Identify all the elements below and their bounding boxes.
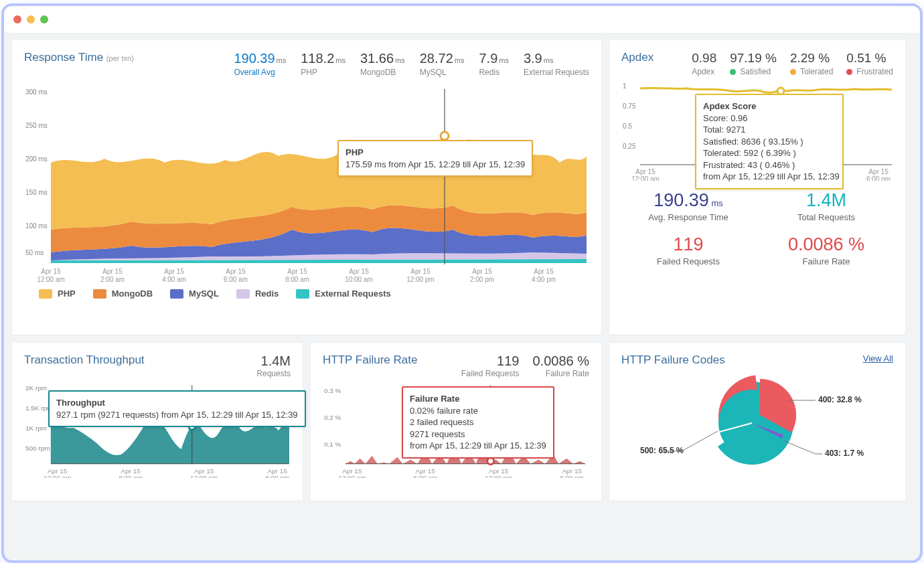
svg-text:1: 1 [623,82,627,90]
pie-label-400: 400: 32.8 % [818,395,862,404]
metric: 190.39msOverall Avg [234,51,286,77]
window-titlebar [4,6,920,33]
svg-text:2:00 am: 2:00 am [100,276,125,283]
svg-text:10:00 am: 10:00 am [345,276,373,283]
metric: 7.9msRedis [479,51,508,77]
svg-text:12:00 pm: 12:00 pm [190,474,218,478]
svg-text:0.2 %: 0.2 % [324,414,341,421]
legend-item[interactable]: MySQL [170,289,219,299]
apdex-summary-stats: 190.39 msAvg. Response Time1.4MTotal Req… [621,190,893,266]
svg-text:12:00 pm: 12:00 pm [406,276,435,283]
svg-text:0.25: 0.25 [623,143,636,150]
tooltip-title: Apdex Score [703,101,756,111]
metric: 118.2msPHP [301,51,345,77]
svg-text:2:00 pm: 2:00 pm [470,276,494,283]
svg-text:12:00 am: 12:00 am [631,175,660,181]
stat-label: Failure Rate [532,369,589,378]
stat-label: Failed Requests [461,369,520,378]
tooltip-lines: Score: 0.96Total: 9271Satisfied: 8636 ( … [703,112,836,183]
svg-text:Apr 15: Apr 15 [534,268,554,275]
failure-rate-chart[interactable]: 0.3 % 0.2 % 0.1 % Apr 1512:00 amApr 156:… [323,381,589,478]
legend-item[interactable]: MongoDB [93,289,153,299]
app-window: Response Time (per txn) 190.39msOverall … [1,3,923,563]
svg-text:Apr 15: Apr 15 [349,268,369,275]
apdex-metrics: 0.98Apdex97.19 %Satisfied2.29 %Tolerated… [692,51,893,76]
svg-text:12:00 am: 12:00 am [338,474,366,478]
panel-apdex: Apdex 0.98Apdex97.19 %Satisfied2.29 %Tol… [609,40,905,335]
minimize-icon[interactable] [27,15,35,23]
title-subtext: (per txn) [106,54,134,62]
summary-stat: 1.4MTotal Requests [759,190,893,222]
throughput-chart[interactable]: 2K rpm 1.5K rpm 1K rpm 500 rpm Apr 151 [24,381,291,478]
panel-title: Apdex [621,51,653,76]
svg-text:250 ms: 250 ms [25,122,48,129]
svg-text:6:00 pm: 6:00 pm [265,474,289,478]
svg-text:6:00 am: 6:00 am [413,474,437,478]
panel-title: HTTP Failure Rate [323,353,417,367]
svg-text:Apr 15: Apr 15 [41,268,61,275]
summary-stat: 0.0086 %Failure Rate [759,234,893,266]
legend-item[interactable]: Redis [236,289,279,299]
tooltip-lines: 0.02% failure rate2 failed requests9271 … [410,405,546,452]
svg-text:4:00 am: 4:00 am [162,276,186,283]
svg-text:0.75: 0.75 [623,102,636,110]
chart-tooltip: Throughput 927.1 rpm (9271 requests) fro… [48,390,306,427]
panel-http-failure-codes: HTTP Failure Codes View All [609,343,905,501]
metric: 28.72msMySQL [420,51,465,77]
pie-label-500: 500: 65.5 % [640,446,684,455]
svg-text:12:00 pm: 12:00 pm [485,474,512,478]
metric: 0.98Apdex [692,51,716,76]
response-time-metrics: 190.39msOverall Avg118.2msPHP31.66msMong… [234,51,589,77]
svg-text:6:00 am: 6:00 am [224,276,248,283]
view-all-link[interactable]: View All [863,353,893,364]
svg-text:100 ms: 100 ms [25,222,48,230]
title-text: Response Time [24,51,103,64]
svg-text:Apr 15: Apr 15 [102,268,123,275]
svg-text:0.3 %: 0.3 % [324,387,341,394]
response-time-legend: PHPMongoDBMySQLRedisExternal Requests [24,283,589,299]
chart-tooltip: Apdex Score Score: 0.96Total: 9271Satisf… [695,94,844,189]
pie-label-403: 403: 1.7 % [825,449,864,458]
metric: 3.9msExternal Requests [524,51,589,77]
panel-throughput: Transaction Throughput 1.4M Requests 2K … [12,343,303,501]
legend-item[interactable]: External Requests [296,289,390,299]
metric: 31.66msMongoDB [360,51,405,77]
svg-text:50 ms: 50 ms [25,249,44,256]
response-time-chart[interactable]: 300 ms 250 ms 200 ms 150 ms 100 ms 50 ms [24,82,589,283]
maximize-icon[interactable] [40,15,48,23]
svg-text:Apr 15: Apr 15 [868,168,889,175]
svg-text:Apr 15: Apr 15 [287,268,307,275]
panel-http-failure-rate: HTTP Failure Rate 119 Failed Requests 0.… [311,343,601,501]
chart-tooltip: PHP 175.59 ms from Apr 15, 12:29 till Ap… [337,140,533,177]
stat-label: Requests [256,369,291,378]
svg-text:6:00 pm: 6:00 pm [560,474,584,478]
svg-text:200 ms: 200 ms [25,155,48,163]
svg-text:Apr 15: Apr 15 [164,268,184,275]
svg-text:Apr 15: Apr 15 [472,268,492,275]
svg-text:6:00 am: 6:00 am [119,474,143,478]
svg-text:0.5: 0.5 [623,123,632,130]
svg-text:150 ms: 150 ms [25,189,48,196]
svg-text:Apr 15: Apr 15 [226,268,246,275]
failure-codes-pie-chart[interactable]: 400: 32.8 % 403: 1.7 % 500: 65.5 % [621,367,893,474]
legend-item[interactable]: PHP [39,289,76,299]
stat-value: 119 [461,353,520,369]
summary-stat: 190.39 msAvg. Response Time [621,190,755,222]
metric: 97.19 %Satisfied [730,51,777,76]
svg-line-74 [682,431,718,451]
metric: 0.51 %Frustrated [846,51,893,76]
svg-text:12:00 am: 12:00 am [44,474,71,478]
close-icon[interactable] [13,15,21,23]
panel-title: Transaction Throughput [24,353,145,367]
svg-text:6:00 pm: 6:00 pm [866,175,891,181]
apdex-chart[interactable]: 1 0.75 0.5 0.25 Apr 1512:00 amApr 156:00… [621,80,893,181]
svg-line-72 [783,440,816,454]
svg-text:8:00 am: 8:00 am [285,276,309,283]
tooltip-title: Failure Rate [410,394,459,404]
svg-point-61 [487,458,494,465]
dashboard-content: Response Time (per txn) 190.39msOverall … [4,33,920,510]
stat-value: 0.0086 % [532,353,589,369]
summary-stat: 119Failed Requests [621,234,755,266]
tooltip-body: 927.1 rpm (9271 requests) from Apr 15, 1… [56,410,298,420]
metric: 2.29 %Tolerated [790,51,833,76]
